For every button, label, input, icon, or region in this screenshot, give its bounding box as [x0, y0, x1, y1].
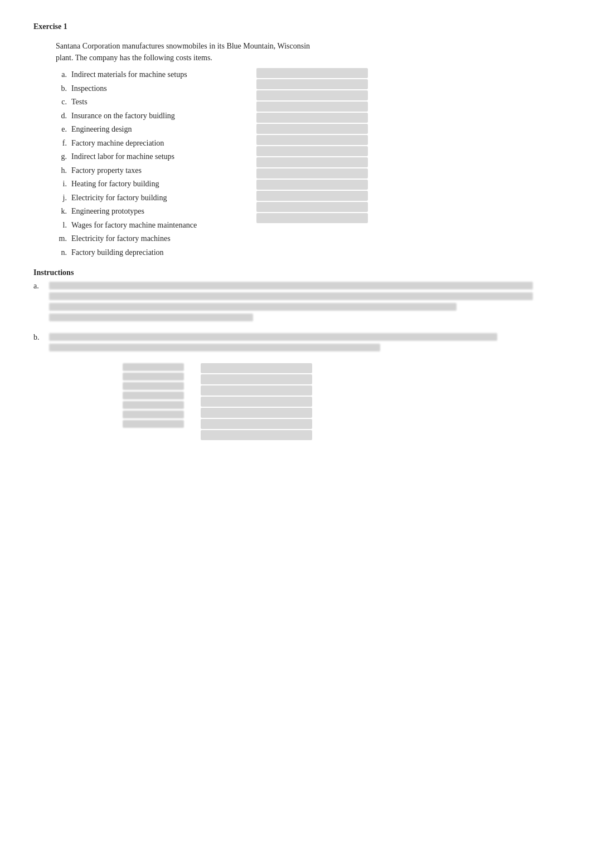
- instructions-title: Instructions: [33, 268, 559, 277]
- list-item-text: Engineering design: [71, 123, 245, 137]
- answer-list: [123, 363, 190, 440]
- list-item-text: Tests: [71, 95, 245, 109]
- list-item-text: Factory machine depreciation: [71, 137, 245, 151]
- blurred-table-row: [256, 202, 368, 212]
- list-item: h. Factory property taxes: [56, 164, 245, 178]
- answer-table-blurred: [201, 363, 312, 440]
- answer-table-row: [201, 385, 312, 396]
- blurred-table-row: [256, 146, 368, 156]
- blurred-table-row: [256, 191, 368, 201]
- list-item-letter: g.: [56, 150, 71, 164]
- blurred-table-row: [256, 135, 368, 145]
- list-item-text: Electricity for factory machines: [71, 232, 245, 246]
- instruction-b: b.: [33, 333, 559, 354]
- instruction-a-text-3: [49, 303, 457, 311]
- blurred-table-row: [256, 79, 368, 89]
- answer-table-row: [201, 430, 312, 440]
- blurred-table-row: [256, 90, 368, 100]
- list-item-letter: i.: [56, 177, 71, 191]
- list-item-letter: c.: [56, 95, 71, 109]
- blurred-table-row: [256, 102, 368, 112]
- list-item: d. Insurance on the factory buidling: [56, 109, 245, 123]
- answer-list-item: [123, 382, 184, 390]
- list-item-letter: a.: [56, 68, 71, 82]
- blurred-table-row: [256, 113, 368, 123]
- answer-list-item: [123, 363, 184, 371]
- answer-table-row: [201, 363, 312, 373]
- answer-table-row: [201, 374, 312, 384]
- instruction-a-text-2: [49, 292, 533, 300]
- list-item: l. Wages for factory machine maintenance: [56, 219, 245, 233]
- instruction-b-text-1: [49, 333, 497, 341]
- cost-items-list: a. Indirect materials for machine setups…: [56, 68, 245, 259]
- intro-line1: Santana Corporation manufactures snowmob…: [56, 42, 310, 50]
- list-item-text: Inspections: [71, 82, 245, 96]
- intro-paragraph: Santana Corporation manufactures snowmob…: [56, 40, 559, 64]
- list-item: j. Electricity for factory building: [56, 191, 245, 205]
- instruction-a-letter: a.: [33, 282, 49, 324]
- answer-table-row: [201, 408, 312, 418]
- list-item-text: Insurance on the factory buidling: [71, 109, 245, 123]
- instruction-b-text-2: [49, 344, 380, 351]
- list-item: k. Engineering prototypes: [56, 205, 245, 219]
- list-item-letter: k.: [56, 205, 71, 219]
- list-item: m. Electricity for factory machines: [56, 232, 245, 246]
- exercise-title: Exercise 1: [33, 22, 559, 31]
- blurred-table-row: [256, 124, 368, 134]
- blurred-table-row: [256, 157, 368, 167]
- answer-table-row: [201, 397, 312, 407]
- answer-list-item: [123, 420, 184, 428]
- list-item: b. Inspections: [56, 82, 245, 96]
- answer-list-item: [123, 392, 184, 399]
- list-item: e. Engineering design: [56, 123, 245, 137]
- blurred-table-row: [256, 213, 368, 223]
- list-item-text: Engineering prototypes: [71, 205, 245, 219]
- blurred-table-row: [256, 168, 368, 179]
- instruction-b-content: [49, 333, 559, 354]
- list-item-text: Heating for factory building: [71, 177, 245, 191]
- answer-list-item: [123, 373, 184, 380]
- blurred-table-row: [256, 180, 368, 190]
- list-item: n. Factory building depreciation: [56, 246, 245, 260]
- list-item: g. Indirect labor for machine setups: [56, 150, 245, 164]
- list-item-letter: b.: [56, 82, 71, 96]
- list-item-text: Factory building depreciation: [71, 246, 245, 260]
- cost-items-section: a. Indirect materials for machine setups…: [56, 68, 559, 259]
- answer-list-item: [123, 401, 184, 409]
- list-item-letter: m.: [56, 232, 71, 246]
- instruction-a: a.: [33, 282, 559, 324]
- list-item-text: Indirect materials for machine setups: [71, 68, 245, 82]
- answer-section: [123, 363, 559, 440]
- intro-line2: plant. The company has the following cos…: [56, 54, 212, 62]
- list-item-letter: e.: [56, 123, 71, 137]
- list-item: i. Heating for factory building: [56, 177, 245, 191]
- list-item-text: Indirect labor for machine setups: [71, 150, 245, 164]
- list-item-text: Electricity for factory building: [71, 191, 245, 205]
- answer-list-item: [123, 411, 184, 418]
- list-item-letter: f.: [56, 137, 71, 151]
- instruction-a-text-4: [49, 314, 253, 321]
- blurred-answer-table: [256, 68, 368, 259]
- list-item-text: Factory property taxes: [71, 164, 245, 178]
- instruction-b-letter: b.: [33, 333, 49, 342]
- list-item: f. Factory machine depreciation: [56, 137, 245, 151]
- instruction-a-content: [49, 282, 559, 324]
- answer-table-row: [201, 419, 312, 429]
- list-item-letter: n.: [56, 246, 71, 260]
- list-item: c. Tests: [56, 95, 245, 109]
- instruction-a-text-1: [49, 282, 533, 290]
- list-item-letter: l.: [56, 219, 71, 233]
- list-item-letter: d.: [56, 109, 71, 123]
- blurred-table-row: [256, 68, 368, 78]
- list-item-letter: h.: [56, 164, 71, 178]
- list-item-letter: j.: [56, 191, 71, 205]
- list-item: a. Indirect materials for machine setups: [56, 68, 245, 82]
- list-item-text: Wages for factory machine maintenance: [71, 219, 245, 233]
